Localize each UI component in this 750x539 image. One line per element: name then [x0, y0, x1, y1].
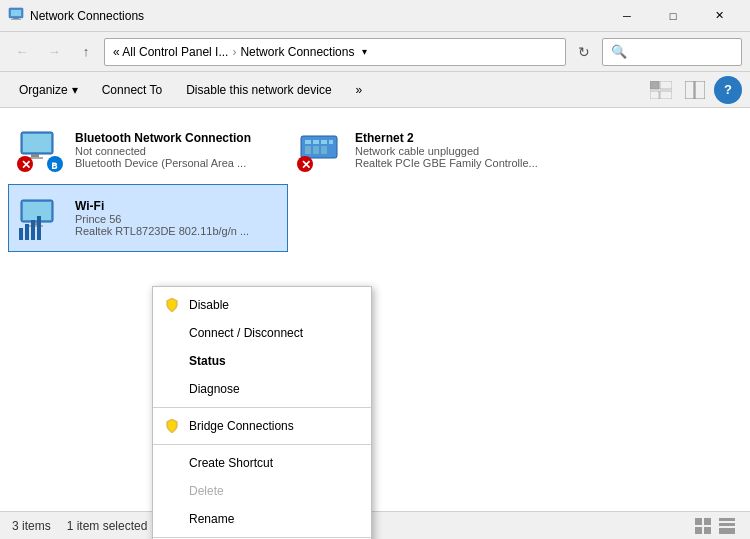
bluetooth-detail: Bluetooth Device (Personal Area ... — [75, 157, 279, 169]
svg-rect-41 — [719, 523, 735, 526]
ethernet-name: Ethernet 2 — [355, 131, 559, 145]
pane-button[interactable] — [680, 76, 710, 104]
ctx-status[interactable]: Status — [153, 347, 371, 375]
back-button[interactable]: ← — [8, 38, 36, 66]
addr-right: Network Connections — [240, 45, 354, 59]
more-icon: » — [356, 83, 363, 97]
disable-network-button[interactable]: Disable this network device — [175, 76, 342, 104]
svg-rect-7 — [660, 91, 672, 99]
svg-rect-8 — [685, 81, 694, 99]
shield-bridge-icon — [163, 417, 181, 435]
ctx-delete[interactable]: Delete — [153, 477, 371, 505]
ctx-shortcut[interactable]: Create Shortcut — [153, 449, 371, 477]
ctx-shortcut-label: Create Shortcut — [189, 456, 273, 470]
network-item-wifi[interactable]: Wi-Fi Prince 56 Realtek RTL8723DE 802.11… — [8, 184, 288, 252]
addr-separator: › — [232, 45, 236, 59]
ctx-separator-2 — [153, 444, 371, 445]
organize-label: Organize — [19, 83, 68, 97]
wifi-icon-container — [17, 194, 65, 242]
svg-rect-40 — [719, 518, 735, 521]
large-icons-view-button[interactable] — [692, 515, 714, 537]
svg-text:✕: ✕ — [21, 158, 31, 172]
addr-dropdown-button[interactable]: ▾ — [354, 38, 374, 66]
svg-rect-22 — [329, 140, 333, 144]
ctx-connect[interactable]: Connect / Disconnect — [153, 319, 371, 347]
svg-rect-35 — [37, 216, 41, 240]
up-button[interactable]: ↑ — [72, 38, 100, 66]
titlebar-icon — [8, 6, 24, 25]
titlebar-title: Network Connections — [30, 9, 604, 23]
selection-info: 1 item selected — [67, 519, 148, 533]
status-view-controls — [692, 515, 738, 537]
help-button[interactable]: ? — [714, 76, 742, 104]
svg-rect-36 — [695, 518, 702, 525]
svg-rect-32 — [19, 228, 23, 240]
content-area: ✕ ʙ Bluetooth Network Connection Not con… — [0, 108, 750, 511]
minimize-button[interactable]: ─ — [604, 0, 650, 32]
ctx-delete-label: Delete — [189, 484, 224, 498]
address-bar: ← → ↑ « All Control Panel I... › Network… — [0, 32, 750, 72]
wifi-name: Wi-Fi — [75, 199, 279, 213]
shield-disable-icon — [163, 296, 181, 314]
organize-button[interactable]: Organize ▾ — [8, 76, 89, 104]
connect-to-button[interactable]: Connect To — [91, 76, 174, 104]
svg-rect-3 — [11, 19, 21, 20]
svg-rect-39 — [704, 527, 711, 534]
svg-text:✕: ✕ — [301, 158, 311, 172]
svg-rect-20 — [313, 140, 319, 144]
ctx-diagnose[interactable]: Diagnose — [153, 375, 371, 403]
ctx-bridge-label: Bridge Connections — [189, 419, 294, 433]
refresh-button[interactable]: ↻ — [570, 38, 598, 66]
wifi-status: Prince 56 — [75, 213, 279, 225]
search-box[interactable]: 🔍 — [602, 38, 742, 66]
toolbar: Organize ▾ Connect To Disable this netwo… — [0, 72, 750, 108]
svg-rect-9 — [695, 81, 705, 99]
svg-rect-23 — [305, 146, 311, 154]
maximize-button[interactable]: □ — [650, 0, 696, 32]
svg-rect-6 — [650, 91, 659, 99]
ethernet-icon: ✕ — [297, 126, 345, 174]
forward-button[interactable]: → — [40, 38, 68, 66]
svg-rect-4 — [650, 81, 659, 89]
ethernet-detail: Realtek PCIe GBE Family Controlle... — [355, 157, 559, 169]
close-button[interactable]: ✕ — [696, 0, 742, 32]
svg-rect-25 — [321, 146, 327, 154]
svg-rect-24 — [313, 146, 319, 154]
details-view-button[interactable] — [716, 515, 738, 537]
connect-label: Connect To — [102, 83, 163, 97]
svg-rect-19 — [305, 140, 311, 144]
network-item-ethernet[interactable]: ✕ Ethernet 2 Network cable unplugged Rea… — [288, 116, 568, 184]
ctx-rename-label: Rename — [189, 512, 234, 526]
organize-chevron-icon: ▾ — [72, 83, 78, 97]
addr-left: « All Control Panel I... — [113, 45, 228, 59]
bluetooth-icon: ✕ ʙ — [17, 126, 65, 174]
ctx-separator-1 — [153, 407, 371, 408]
ctx-rename[interactable]: Rename — [153, 505, 371, 533]
disable-label: Disable this network device — [186, 83, 331, 97]
toolbar-right: ? — [646, 76, 742, 104]
svg-rect-43 — [719, 531, 735, 534]
ethernet-status: Network cable unplugged — [355, 145, 559, 157]
ctx-disable[interactable]: Disable — [153, 291, 371, 319]
network-item-bluetooth[interactable]: ✕ ʙ Bluetooth Network Connection Not con… — [8, 116, 288, 184]
wifi-detail: Realtek RTL8723DE 802.11b/g/n ... — [75, 225, 279, 237]
bluetooth-status: Not connected — [75, 145, 279, 157]
ctx-separator-3 — [153, 537, 371, 538]
ctx-bridge[interactable]: Bridge Connections — [153, 412, 371, 440]
window-controls: ─ □ ✕ — [604, 0, 742, 32]
titlebar: Network Connections ─ □ ✕ — [0, 0, 750, 32]
svg-rect-34 — [31, 220, 35, 240]
ctx-disable-label: Disable — [189, 298, 229, 312]
statusbar: 3 items 1 item selected — [0, 511, 750, 539]
svg-rect-21 — [321, 140, 327, 144]
items-count: 3 items — [12, 519, 51, 533]
ctx-status-label: Status — [189, 354, 226, 368]
svg-rect-38 — [695, 527, 702, 534]
svg-text:ʙ: ʙ — [51, 159, 58, 171]
svg-rect-11 — [23, 134, 51, 152]
more-button[interactable]: » — [345, 76, 374, 104]
address-path[interactable]: « All Control Panel I... › Network Conne… — [104, 38, 566, 66]
svg-rect-1 — [11, 10, 21, 16]
bluetooth-info: Bluetooth Network Connection Not connect… — [75, 131, 279, 169]
view-options-button[interactable] — [646, 76, 676, 104]
